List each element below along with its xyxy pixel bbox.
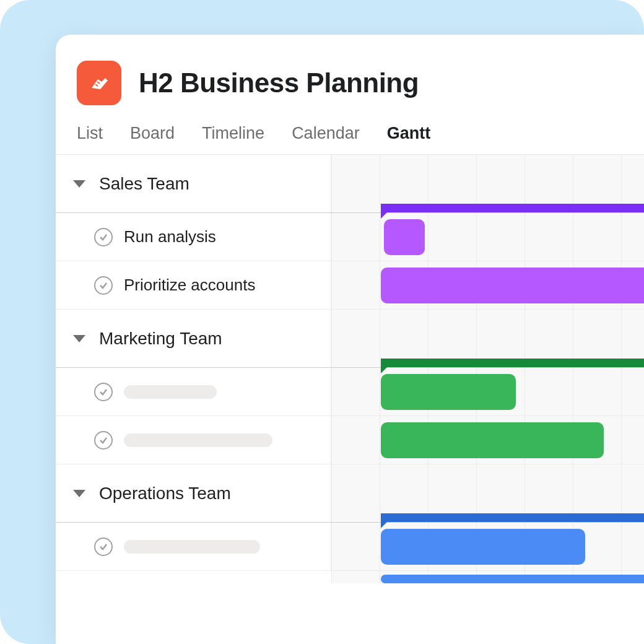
task-row[interactable] [56,523,644,571]
task-label: Run analysis [124,227,216,246]
tab-timeline[interactable]: Timeline [202,124,264,143]
section-row-sales[interactable]: Sales Team [56,155,644,213]
gantt-bar[interactable] [381,422,604,458]
task-label-placeholder [124,433,272,447]
tab-calendar[interactable]: Calendar [292,124,360,143]
tab-gantt[interactable]: Gantt [387,124,431,143]
check-circle-icon[interactable] [94,537,113,556]
section-row-operations[interactable]: Operations Team [56,464,644,523]
check-circle-icon[interactable] [94,276,113,295]
check-circle-icon[interactable] [94,228,113,246]
task-label-placeholder [124,385,217,399]
caret-down-icon[interactable] [73,490,85,497]
task-row[interactable] [56,416,644,464]
gantt-area: Sales Team Run analysis Prioritize accou… [56,154,644,583]
task-row[interactable] [56,571,644,583]
task-row[interactable]: Run analysis [56,213,644,261]
section-label: Operations Team [99,484,231,503]
gantt-bar[interactable] [381,529,585,565]
gantt-bar[interactable] [381,268,644,303]
section-label: Marketing Team [99,329,222,349]
gantt-summary-bar[interactable] [381,359,644,367]
gantt-summary-bar[interactable] [381,513,644,522]
gantt-bar[interactable] [384,219,425,255]
project-header: H2 Business Planning [56,35,644,105]
gantt-bar[interactable] [381,575,644,583]
task-row[interactable]: Prioritize accounts [56,261,644,310]
gantt-summary-bar[interactable] [381,204,644,212]
task-label: Prioritize accounts [124,276,255,295]
section-label: Sales Team [99,174,189,194]
check-circle-icon[interactable] [94,431,113,450]
app-card: H2 Business Planning List Board Timeline… [56,35,644,644]
project-icon [77,61,121,105]
gantt-bar[interactable] [381,374,516,410]
backdrop: H2 Business Planning List Board Timeline… [0,0,644,644]
task-label-placeholder [124,540,260,554]
section-row-marketing[interactable]: Marketing Team [56,310,644,368]
tab-board[interactable]: Board [130,124,175,143]
view-tabs: List Board Timeline Calendar Gantt [56,105,644,154]
shoe-icon [87,71,111,95]
check-circle-icon[interactable] [94,383,113,401]
project-title: H2 Business Planning [139,67,419,98]
caret-down-icon[interactable] [73,335,85,342]
tab-list[interactable]: List [77,124,103,143]
task-row[interactable] [56,368,644,416]
caret-down-icon[interactable] [73,180,85,188]
